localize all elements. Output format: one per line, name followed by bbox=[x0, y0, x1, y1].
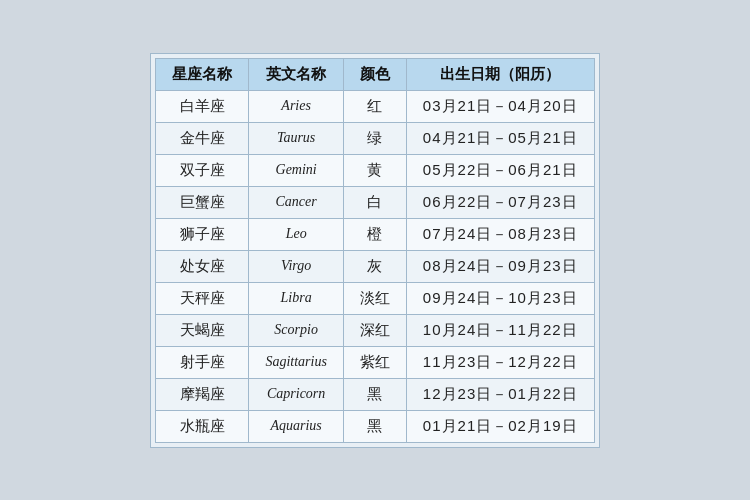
cell-english-name: Libra bbox=[249, 282, 343, 314]
zodiac-table: 星座名称 英文名称 颜色 出生日期（阳历） 白羊座Aries红03月21日－04… bbox=[155, 58, 594, 443]
table-row: 天秤座Libra淡红09月24日－10月23日 bbox=[156, 282, 594, 314]
cell-color: 紫红 bbox=[343, 346, 406, 378]
table-row: 处女座Virgo灰08月24日－09月23日 bbox=[156, 250, 594, 282]
cell-color: 绿 bbox=[343, 122, 406, 154]
table-header-row: 星座名称 英文名称 颜色 出生日期（阳历） bbox=[156, 58, 594, 90]
table-row: 摩羯座Capricorn黑12月23日－01月22日 bbox=[156, 378, 594, 410]
cell-birth-dates: 06月22日－07月23日 bbox=[406, 186, 594, 218]
cell-birth-dates: 09月24日－10月23日 bbox=[406, 282, 594, 314]
cell-color: 黑 bbox=[343, 410, 406, 442]
cell-english-name: Cancer bbox=[249, 186, 343, 218]
cell-english-name: Leo bbox=[249, 218, 343, 250]
cell-english-name: Capricorn bbox=[249, 378, 343, 410]
cell-birth-dates: 01月21日－02月19日 bbox=[406, 410, 594, 442]
header-chinese-name: 星座名称 bbox=[156, 58, 249, 90]
cell-color: 灰 bbox=[343, 250, 406, 282]
table-row: 水瓶座Aquarius黑01月21日－02月19日 bbox=[156, 410, 594, 442]
cell-chinese-name: 摩羯座 bbox=[156, 378, 249, 410]
cell-birth-dates: 04月21日－05月21日 bbox=[406, 122, 594, 154]
cell-english-name: Virgo bbox=[249, 250, 343, 282]
table-row: 巨蟹座Cancer白06月22日－07月23日 bbox=[156, 186, 594, 218]
table-row: 天蝎座Scorpio深红10月24日－11月22日 bbox=[156, 314, 594, 346]
cell-color: 橙 bbox=[343, 218, 406, 250]
cell-birth-dates: 03月21日－04月20日 bbox=[406, 90, 594, 122]
cell-color: 黄 bbox=[343, 154, 406, 186]
cell-chinese-name: 水瓶座 bbox=[156, 410, 249, 442]
cell-birth-dates: 08月24日－09月23日 bbox=[406, 250, 594, 282]
table-row: 狮子座Leo橙07月24日－08月23日 bbox=[156, 218, 594, 250]
cell-chinese-name: 天秤座 bbox=[156, 282, 249, 314]
cell-color: 淡红 bbox=[343, 282, 406, 314]
cell-chinese-name: 射手座 bbox=[156, 346, 249, 378]
cell-color: 白 bbox=[343, 186, 406, 218]
table-row: 射手座Sagittarius紫红11月23日－12月22日 bbox=[156, 346, 594, 378]
zodiac-table-wrapper: 星座名称 英文名称 颜色 出生日期（阳历） 白羊座Aries红03月21日－04… bbox=[150, 53, 599, 448]
cell-birth-dates: 10月24日－11月22日 bbox=[406, 314, 594, 346]
header-english-name: 英文名称 bbox=[249, 58, 343, 90]
cell-color: 深红 bbox=[343, 314, 406, 346]
cell-english-name: Scorpio bbox=[249, 314, 343, 346]
header-color: 颜色 bbox=[343, 58, 406, 90]
table-row: 双子座Gemini黄05月22日－06月21日 bbox=[156, 154, 594, 186]
cell-chinese-name: 白羊座 bbox=[156, 90, 249, 122]
header-birth-date: 出生日期（阳历） bbox=[406, 58, 594, 90]
cell-english-name: Taurus bbox=[249, 122, 343, 154]
table-row: 金牛座Taurus绿04月21日－05月21日 bbox=[156, 122, 594, 154]
cell-chinese-name: 狮子座 bbox=[156, 218, 249, 250]
cell-chinese-name: 巨蟹座 bbox=[156, 186, 249, 218]
cell-birth-dates: 07月24日－08月23日 bbox=[406, 218, 594, 250]
table-row: 白羊座Aries红03月21日－04月20日 bbox=[156, 90, 594, 122]
cell-english-name: Aries bbox=[249, 90, 343, 122]
cell-color: 红 bbox=[343, 90, 406, 122]
table-body: 白羊座Aries红03月21日－04月20日金牛座Taurus绿04月21日－0… bbox=[156, 90, 594, 442]
cell-english-name: Gemini bbox=[249, 154, 343, 186]
cell-chinese-name: 天蝎座 bbox=[156, 314, 249, 346]
cell-chinese-name: 处女座 bbox=[156, 250, 249, 282]
cell-birth-dates: 05月22日－06月21日 bbox=[406, 154, 594, 186]
cell-birth-dates: 12月23日－01月22日 bbox=[406, 378, 594, 410]
cell-english-name: Aquarius bbox=[249, 410, 343, 442]
cell-english-name: Sagittarius bbox=[249, 346, 343, 378]
cell-birth-dates: 11月23日－12月22日 bbox=[406, 346, 594, 378]
cell-chinese-name: 双子座 bbox=[156, 154, 249, 186]
cell-color: 黑 bbox=[343, 378, 406, 410]
cell-chinese-name: 金牛座 bbox=[156, 122, 249, 154]
